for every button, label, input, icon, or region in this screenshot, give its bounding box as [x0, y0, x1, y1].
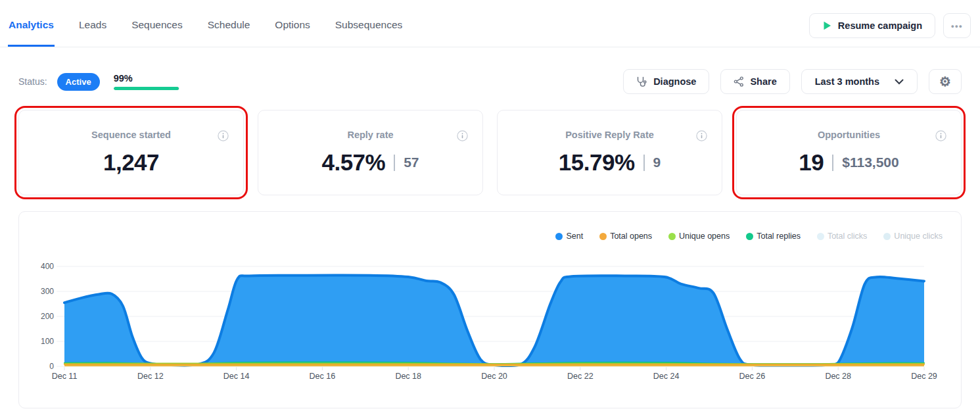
share-icon	[734, 76, 744, 87]
progress-fill	[114, 87, 179, 90]
share-button[interactable]: Share	[720, 69, 789, 94]
header: Analytics Leads Sequences Schedule Optio…	[0, 0, 980, 47]
diagnose-label: Diagnose	[653, 76, 696, 87]
legend-item-total-opens[interactable]: Total opens	[599, 232, 652, 241]
area-chart: 0100200300400Dec 11Dec 12Dec 14Dec 16Dec…	[32, 253, 948, 394]
chart-legend: SentTotal opensUnique opensTotal replies…	[555, 232, 943, 241]
legend-item-unique-clicks[interactable]: Unique clicks	[883, 232, 943, 241]
svg-text:Dec 24: Dec 24	[653, 372, 680, 381]
play-icon	[822, 20, 832, 31]
svg-text:Dec 26: Dec 26	[739, 372, 766, 381]
chevron-down-icon	[895, 79, 904, 85]
share-label: Share	[750, 76, 776, 87]
legend-dot	[599, 233, 607, 240]
card-opportunities: Opportunities 19 $113,500	[736, 110, 962, 195]
chart-card: SentTotal opensUnique opensTotal replies…	[18, 211, 962, 408]
gear-icon: ⚙	[939, 74, 951, 89]
svg-text:Dec 12: Dec 12	[137, 372, 164, 381]
card-title: Positive Reply Rate	[565, 130, 654, 140]
ellipsis-icon: •••	[951, 21, 963, 31]
progress-value: 99%	[114, 73, 179, 84]
svg-text:Dec 20: Dec 20	[481, 372, 507, 381]
divider	[643, 155, 645, 171]
more-options-button[interactable]: •••	[943, 13, 971, 38]
toolbar: Status: Active 99% Diagnose	[18, 69, 962, 94]
resume-campaign-label: Resume campaign	[838, 20, 922, 31]
info-icon[interactable]	[218, 130, 229, 144]
card-value: 19	[799, 149, 824, 176]
legend-dot	[883, 233, 891, 240]
card-secondary: 57	[404, 155, 419, 170]
legend-dot	[668, 233, 676, 240]
progress: 99%	[114, 73, 179, 90]
date-range-label: Last 3 months	[815, 76, 879, 87]
info-icon[interactable]	[935, 130, 946, 144]
date-range-select[interactable]: Last 3 months	[801, 69, 918, 94]
legend-item-sent[interactable]: Sent	[555, 232, 583, 241]
card-positive-reply-rate: Positive Reply Rate 15.79% 9	[497, 110, 722, 195]
tab-leads[interactable]: Leads	[78, 2, 107, 47]
card-value: 15.79%	[559, 149, 635, 176]
svg-text:Dec 16: Dec 16	[310, 372, 336, 381]
card-value: 4.57%	[321, 149, 385, 176]
legend-item-unique-opens[interactable]: Unique opens	[668, 232, 730, 241]
svg-text:Dec 11: Dec 11	[52, 372, 78, 381]
svg-text:200: 200	[41, 312, 54, 321]
svg-text:400: 400	[41, 262, 54, 271]
tab-subsequences[interactable]: Subsequences	[335, 2, 404, 47]
legend-dot	[555, 233, 563, 240]
card-reply-rate: Reply rate 4.57% 57	[258, 110, 483, 195]
legend-label: Total replies	[757, 232, 801, 241]
svg-text:Dec 18: Dec 18	[395, 372, 421, 381]
resume-campaign-button[interactable]: Resume campaign	[809, 13, 935, 38]
diagnose-button[interactable]: Diagnose	[623, 69, 709, 94]
legend-label: Total opens	[610, 232, 652, 241]
svg-text:300: 300	[41, 287, 54, 296]
card-sequence-started: Sequence started 1,247	[18, 110, 244, 195]
legend-label: Total clicks	[828, 232, 867, 241]
svg-text:Dec 22: Dec 22	[567, 372, 594, 381]
settings-button[interactable]: ⚙	[929, 69, 962, 94]
info-icon[interactable]	[696, 130, 707, 144]
tab-schedule[interactable]: Schedule	[207, 2, 251, 47]
legend-dot	[746, 233, 753, 240]
card-value: 1,247	[103, 149, 159, 176]
legend-dot	[817, 233, 824, 240]
progress-track	[114, 87, 179, 90]
svg-text:Dec 29: Dec 29	[911, 372, 937, 381]
card-title: Sequence started	[91, 130, 171, 140]
legend-item-total-replies[interactable]: Total replies	[746, 232, 801, 241]
tab-sequences[interactable]: Sequences	[131, 2, 183, 47]
card-secondary: 9	[653, 155, 661, 170]
metric-cards-row: Sequence started 1,247 Reply rate 4.57% …	[18, 110, 962, 195]
tab-options[interactable]: Options	[274, 2, 310, 47]
card-secondary: $113,500	[842, 155, 898, 170]
legend-label: Sent	[566, 232, 583, 241]
tab-analytics[interactable]: Analytics	[8, 2, 55, 47]
info-icon[interactable]	[457, 130, 468, 144]
svg-text:Dec 14: Dec 14	[223, 372, 250, 381]
divider	[832, 155, 833, 171]
status-badge: Active	[57, 73, 100, 91]
card-title: Opportunities	[818, 130, 880, 140]
svg-text:0: 0	[49, 362, 54, 371]
divider	[394, 155, 395, 171]
status-label: Status:	[18, 76, 47, 87]
svg-text:100: 100	[41, 337, 54, 346]
card-title: Reply rate	[347, 130, 393, 140]
legend-item-total-clicks[interactable]: Total clicks	[817, 232, 867, 241]
stethoscope-icon	[636, 76, 647, 87]
legend-label: Unique clicks	[894, 232, 943, 241]
legend-label: Unique opens	[679, 232, 730, 241]
svg-text:Dec 28: Dec 28	[825, 372, 851, 381]
